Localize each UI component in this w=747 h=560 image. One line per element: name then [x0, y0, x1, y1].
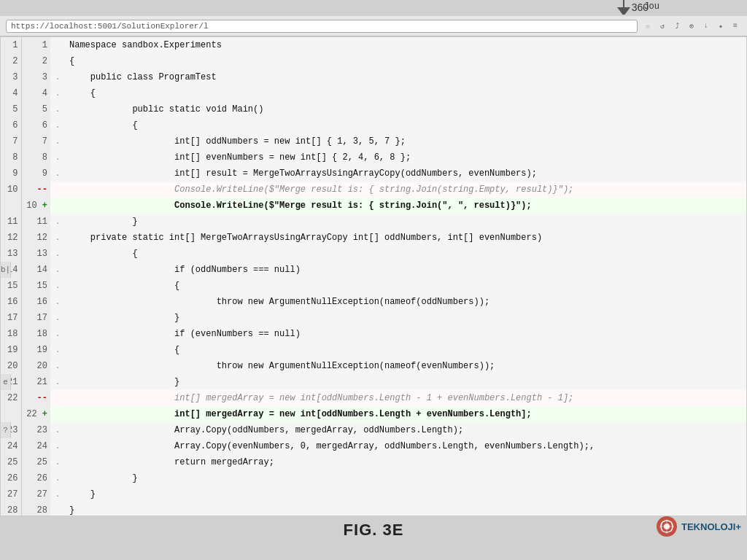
- browser-icon-add[interactable]: ⊕: [686, 20, 697, 32]
- line-code: {: [65, 117, 746, 133]
- line-num-right: 7: [21, 133, 50, 149]
- line-marker: .: [50, 166, 65, 182]
- line-marker: [50, 406, 65, 422]
- line-num-right: 8: [21, 149, 50, 166]
- line-marker: [50, 53, 65, 69]
- line-num-right: 16: [21, 294, 50, 310]
- table-row: 77. int[] oddNumbers = new int[] { 1, 3,…: [1, 133, 746, 149]
- table-row: 22 + int[] mergedArray = new int[oddNumb…: [1, 406, 746, 422]
- line-num-right: 25: [21, 454, 50, 470]
- line-num-left: 2: [1, 53, 21, 69]
- line-marker: .: [50, 310, 65, 326]
- table-row: 44. {: [1, 85, 746, 101]
- diff-plus: +: [42, 201, 47, 211]
- line-num-right: 19: [21, 342, 50, 358]
- line-marker: .: [50, 438, 65, 454]
- line-num-left: 26: [1, 470, 21, 486]
- bottom-bar: FIG. 3E TEKNOLOJI+: [0, 516, 747, 544]
- table-row: 10 + Console.WriteLine($"Merge result is…: [1, 198, 746, 214]
- line-num-left: 18: [1, 326, 21, 342]
- line-marker: .: [50, 342, 65, 358]
- line-marker: .: [50, 133, 65, 149]
- line-num-right: 18: [21, 326, 50, 342]
- browser-icons: ☆ ↺ ⤴ ⊕ ↓ ✦ ≡: [642, 20, 741, 32]
- line-code: return mergedArray;: [65, 454, 746, 470]
- side-indicator-q: ?: [1, 422, 11, 438]
- line-num-left: 17: [1, 310, 21, 326]
- line-code: if (oddNumbers === null): [65, 262, 746, 278]
- line-marker: .: [50, 69, 65, 85]
- line-code: throw new ArgumentNullException(nameof(e…: [65, 358, 746, 374]
- line-code: }: [65, 374, 746, 390]
- table-row: 2727. }: [1, 486, 746, 502]
- line-num-right: 10 +: [21, 198, 50, 214]
- top-right-label: Jou: [643, 1, 659, 12]
- line-num-right: 3: [21, 69, 50, 85]
- line-num-right: 22 +: [21, 406, 50, 422]
- line-num-right: 5: [21, 101, 50, 117]
- table-row: 1414. if (oddNumbers === null): [1, 262, 746, 278]
- browser-icon-bookmark[interactable]: ☆: [642, 20, 654, 32]
- line-num-left: 8: [1, 149, 21, 166]
- table-row: 1111. }: [1, 214, 746, 230]
- fig-label: FIG. 3E: [344, 521, 404, 540]
- line-num-left: 4: [1, 85, 21, 101]
- browser-icon-download[interactable]: ↓: [700, 20, 712, 32]
- url-bar[interactable]: https://localhost:5001/SolutionExplorer/…: [6, 20, 638, 33]
- line-code: int[] evenNumbers = new int[] { 2, 4, 6,…: [65, 149, 746, 166]
- line-code: private static int[] MergeTwoArraysUsing…: [65, 230, 746, 246]
- line-num-left: 22: [1, 390, 21, 406]
- line-code: public class ProgramTest: [65, 69, 746, 85]
- line-num-right: 26: [21, 470, 50, 486]
- line-num-right: 15: [21, 278, 50, 294]
- table-row: 1818. if (evenNumbers == null): [1, 326, 746, 342]
- line-code: }: [65, 486, 746, 502]
- table-row: 2424. Array.Copy(evenNumbers, 0, mergedA…: [1, 438, 746, 454]
- line-num-right: 20: [21, 358, 50, 374]
- line-marker: .: [50, 326, 65, 342]
- line-code: public static void Main(): [65, 101, 746, 117]
- line-code: Console.WriteLine($"Merge result is: { s…: [65, 182, 746, 198]
- line-marker: .: [50, 278, 65, 294]
- line-marker: .: [50, 214, 65, 230]
- line-num-left: 20: [1, 358, 21, 374]
- line-num-left: 12: [1, 230, 21, 246]
- line-code: throw new ArgumentNullException(nameof(o…: [65, 294, 746, 310]
- table-row: 55. public static void Main(): [1, 101, 746, 117]
- line-num-left: 15: [1, 278, 21, 294]
- table-row: 1313. {: [1, 246, 746, 262]
- table-row: 2121. }: [1, 374, 746, 390]
- line-num-left: 19: [1, 342, 21, 358]
- table-row: 1717. }: [1, 310, 746, 326]
- table-row: 66. {: [1, 117, 746, 133]
- browser-icon-star[interactable]: ✦: [715, 20, 727, 32]
- line-marker: [50, 182, 65, 198]
- line-code: int[] mergedArray = new int[oddNumbers.L…: [65, 390, 746, 406]
- line-code: {: [65, 246, 746, 262]
- table-row: 22{: [1, 53, 746, 69]
- table-row: 88. int[] evenNumbers = new int[] { 2, 4…: [1, 149, 746, 166]
- logo-icon: [655, 515, 678, 538]
- browser-icon-menu[interactable]: ≡: [729, 20, 741, 32]
- line-num-left: 13: [1, 246, 21, 262]
- table-row: 1515. {: [1, 278, 746, 294]
- line-marker: .: [50, 230, 65, 246]
- browser-icon-refresh[interactable]: ↺: [657, 20, 668, 32]
- line-marker: .: [50, 486, 65, 502]
- line-code: Console.WriteLine($"Merge result is: { s…: [65, 198, 746, 214]
- line-code: }: [65, 502, 746, 516]
- line-num-left: 28: [1, 502, 21, 516]
- line-num-left: 3: [1, 69, 21, 85]
- side-indicator-b: b|: [1, 262, 11, 278]
- line-marker: .: [50, 422, 65, 438]
- table-row: 99. int[] result = MergeTwoArraysUsingAr…: [1, 166, 746, 182]
- table-row: 2828}: [1, 502, 746, 516]
- line-num-right: 27: [21, 486, 50, 502]
- table-row: 2323. Array.Copy(oddNumbers, mergedArray…: [1, 422, 746, 438]
- side-indicator-e: e: [1, 374, 11, 390]
- line-code: }: [65, 214, 746, 230]
- line-num-right: 21: [21, 374, 50, 390]
- line-marker: .: [50, 294, 65, 310]
- browser-icon-share[interactable]: ⤴: [671, 20, 683, 32]
- table-row: 1616. throw new ArgumentNullException(na…: [1, 294, 746, 310]
